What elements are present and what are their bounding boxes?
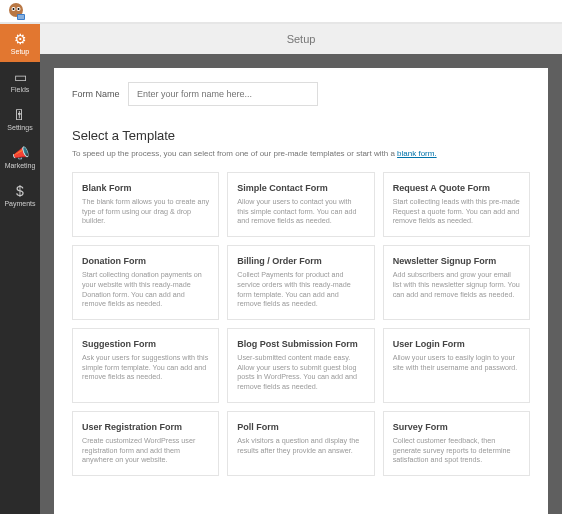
template-grid: Blank FormThe blank form allows you to c… — [72, 172, 530, 476]
template-card-desc: Create customized WordPress user registr… — [82, 436, 209, 465]
hint-text: To speed up the process, you can select … — [72, 149, 397, 158]
template-card-title: Survey Form — [393, 422, 520, 432]
dollar-icon: $ — [16, 184, 24, 198]
top-bar — [0, 0, 562, 24]
mascot-icon — [6, 1, 26, 21]
panel-title: Setup — [40, 24, 562, 54]
sidebar-item-payments[interactable]: $ Payments — [0, 176, 40, 214]
sidebar: ⚙ Setup ▭ Fields 🎚 Settings 📣 Marketing … — [0, 24, 40, 514]
svg-rect-5 — [17, 14, 25, 20]
template-card[interactable]: User Login FormAllow your users to easil… — [383, 328, 530, 403]
template-card-desc: Start collecting leads with this pre-mad… — [393, 197, 520, 226]
template-card-title: Blog Post Submission Form — [237, 339, 364, 349]
sidebar-item-fields[interactable]: ▭ Fields — [0, 62, 40, 100]
template-card-title: Suggestion Form — [82, 339, 209, 349]
template-card-title: Newsletter Signup Form — [393, 256, 520, 266]
template-card[interactable]: Blank FormThe blank form allows you to c… — [72, 172, 219, 237]
gear-icon: ⚙ — [14, 32, 27, 46]
template-card[interactable]: Billing / Order FormCollect Payments for… — [227, 245, 374, 320]
template-card[interactable]: Newsletter Signup FormAdd subscribers an… — [383, 245, 530, 320]
select-template-title: Select a Template — [72, 128, 530, 143]
template-card[interactable]: Poll FormAsk visitors a question and dis… — [227, 411, 374, 476]
template-card-title: Billing / Order Form — [237, 256, 364, 266]
template-card-desc: Collect customer feedback, then generate… — [393, 436, 520, 465]
template-card[interactable]: Blog Post Submission FormUser-submitted … — [227, 328, 374, 403]
template-card-title: User Login Form — [393, 339, 520, 349]
template-card-desc: Collect Payments for product and service… — [237, 270, 364, 309]
form-name-label: Form Name — [72, 89, 128, 99]
template-card[interactable]: Suggestion FormAsk your users for sugges… — [72, 328, 219, 403]
svg-point-3 — [13, 8, 15, 10]
template-card-title: Request A Quote Form — [393, 183, 520, 193]
sidebar-item-label: Marketing — [5, 162, 36, 169]
template-card[interactable]: Request A Quote FormStart collecting lea… — [383, 172, 530, 237]
template-card-desc: Add subscribers and grow your email list… — [393, 270, 520, 299]
template-card[interactable]: Simple Contact FormAllow your users to c… — [227, 172, 374, 237]
template-card-desc: Ask your users for suggestions with this… — [82, 353, 209, 382]
template-card-title: Blank Form — [82, 183, 209, 193]
template-card-desc: Start collecting donation payments on yo… — [82, 270, 209, 309]
template-card-desc: The blank form allows you to create any … — [82, 197, 209, 226]
template-hint: To speed up the process, you can select … — [72, 149, 530, 158]
svg-point-4 — [18, 8, 20, 10]
template-card-title: Poll Form — [237, 422, 364, 432]
template-card-title: Simple Contact Form — [237, 183, 364, 193]
fields-icon: ▭ — [14, 70, 27, 84]
template-card[interactable]: Survey FormCollect customer feedback, th… — [383, 411, 530, 476]
sidebar-item-settings[interactable]: 🎚 Settings — [0, 100, 40, 138]
template-card-title: Donation Form — [82, 256, 209, 266]
sidebar-item-setup[interactable]: ⚙ Setup — [0, 24, 40, 62]
template-card[interactable]: User Registration FormCreate customized … — [72, 411, 219, 476]
sidebar-item-label: Setup — [11, 48, 29, 55]
sidebar-item-label: Fields — [11, 86, 30, 93]
sliders-icon: 🎚 — [13, 108, 27, 122]
template-card-title: User Registration Form — [82, 422, 209, 432]
sidebar-item-label: Settings — [7, 124, 32, 131]
blank-form-link[interactable]: blank form. — [397, 149, 437, 158]
form-name-input[interactable] — [128, 82, 318, 106]
template-card-desc: Allow your users to contact you with thi… — [237, 197, 364, 226]
megaphone-icon: 📣 — [12, 146, 29, 160]
sidebar-item-marketing[interactable]: 📣 Marketing — [0, 138, 40, 176]
template-card-desc: Allow your users to easily login to your… — [393, 353, 520, 372]
template-card[interactable]: Donation FormStart collecting donation p… — [72, 245, 219, 320]
template-card-desc: Ask visitors a question and display the … — [237, 436, 364, 455]
sidebar-item-label: Payments — [4, 200, 35, 207]
template-card-desc: User-submitted content made easy. Allow … — [237, 353, 364, 392]
